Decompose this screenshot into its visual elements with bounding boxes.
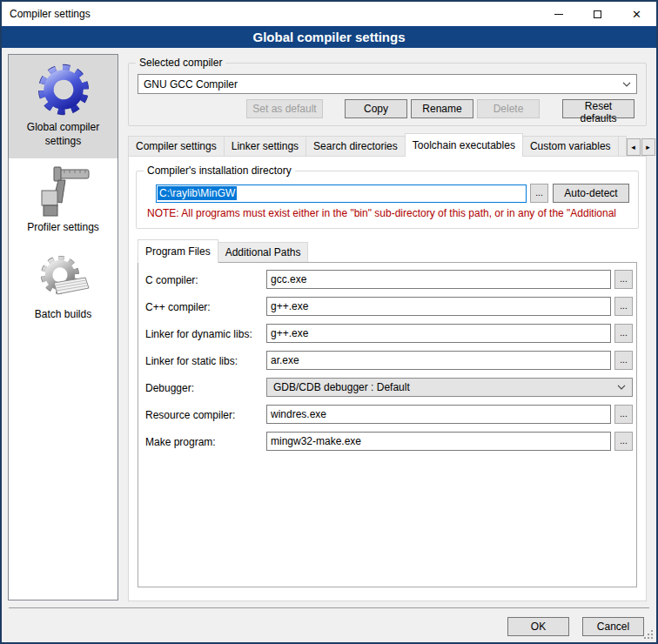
c-compiler-browse-button[interactable]: ... [614,270,633,289]
linker-for-static-libs-row: Linker for static libs:... [145,351,633,370]
make-program-input[interactable] [266,432,611,451]
make-program-label: Make program: [145,435,263,448]
blue-gear-icon [35,61,92,118]
reset-defaults-button[interactable]: Reset defaults [562,99,634,118]
c-compiler-row: C compiler:... [145,270,633,289]
sidebar-item-label: Profiler settings [27,221,99,235]
subtab-strip: Program Files Additional Paths [138,239,637,262]
tab-custom-variables[interactable]: Custom variables [522,136,619,156]
resource-compiler-input[interactable] [266,405,611,424]
cplusplus-compiler-row: C++ compiler:... [145,297,633,316]
chevron-down-icon [617,385,626,390]
close-icon: ✕ [632,8,641,21]
installation-directory-browse-button[interactable]: ... [530,184,548,203]
make-program-browse-button[interactable]: ... [614,432,633,451]
toolchain-executables-panel: Compiler's installation directory C:\ray… [128,156,647,601]
tab-search-directories[interactable]: Search directories [306,136,406,156]
linker-for-dynamic-libs-row: Linker for dynamic libs:... [145,324,633,343]
maximize-icon [594,10,601,18]
tab-strip: Compiler settingsLinker settingsSearch d… [128,133,647,156]
resource-compiler-browse-button[interactable]: ... [614,405,633,424]
subtab-additional-paths[interactable]: Additional Paths [218,242,309,262]
selected-compiler-group: Selected compiler GNU GCC Compiler Set a… [128,63,647,126]
installation-directory-input[interactable]: C:\raylib\MinGW [156,184,527,203]
compiler-select-value: GNU GCC Compiler [144,78,238,91]
delete-button[interactable]: Delete [477,99,540,118]
chevron-down-icon [622,82,631,87]
selected-compiler-legend: Selected compiler [136,57,225,69]
cancel-button[interactable]: Cancel [582,617,644,636]
cplusplus-compiler-input[interactable] [266,297,611,316]
installation-directory-row: C:\raylib\MinGW ... Auto-detect [145,184,629,203]
compiler-settings-dialog: Compiler settings ✕ Global compiler sett… [0,0,658,644]
program-files-panel: C compiler:...C++ compiler:...Linker for… [138,262,637,587]
dialog-banner: Global compiler settings [2,26,656,48]
installation-directory-value: C:\raylib\MinGW [158,186,237,200]
debugger-label: Debugger: [145,381,263,394]
close-button[interactable]: ✕ [617,2,656,26]
linker-for-dynamic-libs-label: Linker for dynamic libs: [145,327,263,340]
copy-button[interactable]: Copy [345,99,407,118]
bin-subdirectory-note: NOTE: All programs must exist either in … [147,207,629,219]
banner-title: Global compiler settings [252,30,405,44]
tab-linker-settings[interactable]: Linker settings [224,136,306,156]
c-compiler-input[interactable] [266,270,611,289]
maximize-button[interactable] [578,2,617,26]
linker-for-dynamic-libs-input[interactable] [266,324,611,343]
footer-divider [9,607,649,608]
window-controls: ✕ [539,2,656,26]
window-title: Compiler settings [10,8,91,20]
linker-for-dynamic-libs-browse-button[interactable]: ... [614,324,633,343]
c-compiler-label: C compiler: [145,273,263,286]
ok-button[interactable]: OK [507,617,569,636]
tab-scroll-left-button[interactable]: ◂ [627,138,641,156]
gear-stack-icon [35,252,92,305]
compiler-buttons-row: Set as defaultCopyRenameDeleteReset defa… [138,99,637,118]
debugger-select[interactable]: GDB/CDB debugger : Default [266,378,633,397]
installation-directory-group: Compiler's installation directory C:\ray… [136,171,639,229]
auto-detect-button[interactable]: Auto-detect [553,184,629,203]
sidebar-item-label: Global compiler settings [11,121,115,148]
minimize-icon [554,14,563,15]
rename-button[interactable]: Rename [411,99,473,118]
tab-scroll-arrows: ◂ ▸ [626,138,655,156]
cplusplus-compiler-label: C++ compiler: [145,300,263,313]
sidebar-item-global-compiler-settings[interactable]: Global compiler settings [9,55,118,158]
settings-category-list: Global compiler settings Profiler settin… [8,54,118,600]
sidebar-item-batch-builds[interactable]: Batch builds [9,245,118,332]
debugger-row: Debugger:GDB/CDB debugger : Default [145,378,633,397]
caliper-icon [35,164,92,218]
resource-compiler-row: Resource compiler:... [145,405,633,424]
sidebar-item-label: Batch builds [35,308,91,322]
main-area: Selected compiler GNU GCC Compiler Set a… [128,54,647,601]
tab-compiler-settings[interactable]: Compiler settings [128,136,225,156]
linker-for-static-libs-input[interactable] [266,351,611,370]
minimize-button[interactable] [539,2,578,26]
footer-buttons: OK Cancel [507,617,644,636]
set-as-default-button[interactable]: Set as default [246,99,323,118]
tab-scroll-right-button[interactable]: ▸ [641,138,655,156]
cplusplus-compiler-browse-button[interactable]: ... [614,297,633,316]
make-program-row: Make program:... [145,432,633,451]
linker-for-static-libs-label: Linker for static libs: [145,354,263,367]
installation-directory-legend: Compiler's installation directory [144,164,295,177]
linker-for-static-libs-browse-button[interactable]: ... [614,351,633,370]
compiler-select[interactable]: GNU GCC Compiler [138,74,637,94]
tab-toolchain-executables[interactable]: Toolchain executables [405,133,523,157]
subtab-program-files[interactable]: Program Files [138,239,218,263]
titlebar: Compiler settings ✕ [2,2,656,26]
resource-compiler-label: Resource compiler: [145,408,263,421]
resize-grip[interactable] [643,629,654,640]
sidebar-item-profiler-settings[interactable]: Profiler settings [9,158,118,245]
